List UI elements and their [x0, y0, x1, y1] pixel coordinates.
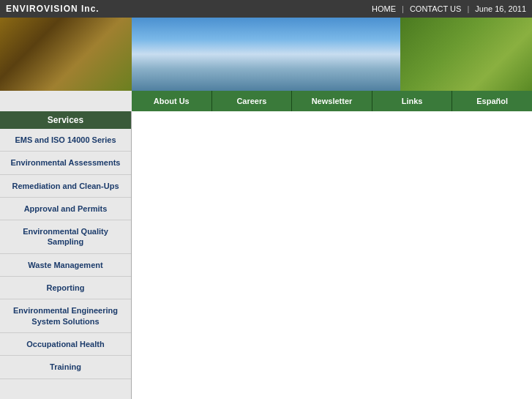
banner-tree-image	[0, 18, 132, 91]
banner	[0, 18, 532, 91]
main-content-area	[132, 111, 532, 399]
sidebar-item-env-assessments[interactable]: Environmental Assessments	[0, 152, 131, 174]
tab-about-us[interactable]: About Us	[132, 91, 212, 111]
sidebar-item-training[interactable]: Training	[0, 356, 131, 379]
sidebar-item-waste[interactable]: Waste Management	[0, 254, 131, 277]
header-date: June 16, 2011	[475, 4, 526, 13]
banner-forest-image	[400, 18, 532, 91]
sidebar: Services EMS and ISO 14000 Series Enviro…	[0, 111, 132, 399]
main-content: Services EMS and ISO 14000 Series Enviro…	[0, 111, 532, 399]
sidebar-item-ems[interactable]: EMS and ISO 14000 Series	[0, 129, 131, 152]
navigation-tabs: About Us Careers Newsletter Links Españo…	[132, 91, 532, 111]
banner-waterfall-image	[132, 18, 400, 91]
separator-1: |	[402, 4, 404, 13]
sidebar-item-remediation[interactable]: Remediation and Clean-Ups	[0, 175, 131, 198]
header-navigation: HOME | CONTACT US | June 16, 2011	[372, 4, 526, 13]
sidebar-item-engineering[interactable]: Environmental Engineering System Solutio…	[0, 299, 131, 333]
separator-2: |	[467, 4, 469, 13]
tab-newsletter[interactable]: Newsletter	[292, 91, 372, 111]
company-logo: ENVIROVISION Inc.	[6, 4, 100, 14]
sidebar-item-approval[interactable]: Approval and Permits	[0, 198, 131, 220]
header: ENVIROVISION Inc. HOME | CONTACT US | Ju…	[0, 0, 532, 18]
sidebar-item-occupational[interactable]: Occupational Health	[0, 333, 131, 356]
tab-careers[interactable]: Careers	[212, 91, 293, 111]
sidebar-item-reporting[interactable]: Reporting	[0, 277, 131, 299]
sidebar-item-quality-sampling[interactable]: Environmental Quality Sampling	[0, 220, 131, 254]
sidebar-header: Services	[0, 111, 131, 129]
home-link[interactable]: HOME	[372, 4, 396, 13]
tab-links[interactable]: Links	[372, 91, 453, 111]
tab-espanol[interactable]: Español	[452, 91, 532, 111]
contact-link[interactable]: CONTACT US	[410, 4, 462, 13]
